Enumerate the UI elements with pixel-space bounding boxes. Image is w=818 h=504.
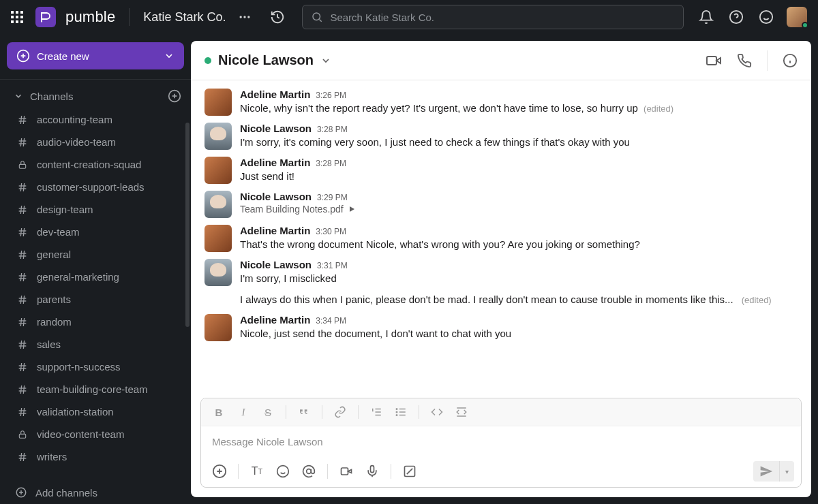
emoji-button[interactable] [271, 461, 294, 482]
add-channels-button[interactable]: Add channels [0, 481, 191, 504]
message-author[interactable]: Nicole Lawson [240, 259, 312, 270]
code-button[interactable] [426, 403, 448, 422]
avatar[interactable] [204, 89, 232, 116]
channel-item-dev-team[interactable]: dev-team [0, 221, 191, 243]
channel-item-design-team[interactable]: design-team [0, 198, 191, 221]
avatar[interactable] [204, 259, 232, 286]
record-video-button[interactable] [335, 461, 358, 482]
text-format-button[interactable]: TT [245, 461, 269, 482]
avatar[interactable] [204, 314, 232, 341]
message-author[interactable]: Adeline Martin [240, 89, 310, 100]
channel-label: writers [37, 451, 67, 462]
channel-label: dev-team [37, 226, 80, 238]
channel-label: random [37, 316, 72, 328]
bullet-list-button[interactable] [390, 403, 412, 422]
svg-line-48 [20, 251, 21, 259]
italic-button[interactable]: I [232, 403, 254, 422]
svg-line-115 [407, 469, 412, 474]
message-text: Nicole, just send the document, I don't … [240, 326, 798, 341]
ordered-list-button[interactable] [365, 403, 387, 422]
send-options-button[interactable]: ▾ [779, 461, 794, 482]
separator [238, 464, 239, 479]
audio-call-icon[interactable] [737, 53, 752, 68]
svg-rect-33 [19, 164, 25, 168]
channel-item-writers[interactable]: writers [0, 445, 191, 468]
channel-item-sales[interactable]: sales [0, 333, 191, 356]
message-author[interactable]: Adeline Martin [240, 225, 310, 236]
message-text: I'm sorry, I misclicked [240, 271, 798, 286]
video-call-icon[interactable] [706, 52, 722, 69]
message-author[interactable]: Nicole Lawson [240, 191, 312, 202]
avatar[interactable] [204, 191, 232, 218]
add-channel-icon[interactable] [168, 89, 181, 103]
avatar[interactable] [204, 225, 232, 252]
shortcuts-button[interactable] [398, 461, 421, 482]
svg-line-60 [20, 318, 21, 326]
channel-item-customer-support-leads[interactable]: customer-support-leads [0, 176, 191, 198]
channel-item-general-marketing[interactable]: general-marketing [0, 266, 191, 288]
bold-button[interactable]: B [208, 403, 230, 422]
message-author[interactable]: Adeline Martin [240, 314, 310, 326]
message-author[interactable]: Adeline Martin [240, 157, 310, 168]
message-author[interactable]: Nicole Lawson [240, 123, 312, 134]
message: Nicole Lawson3:29 PMTeam Building Notes.… [191, 188, 811, 222]
attach-button[interactable] [208, 461, 231, 482]
avatar[interactable] [204, 123, 232, 150]
channels-section-header[interactable]: Channels [0, 84, 191, 108]
svg-line-44 [20, 228, 21, 236]
create-new-button[interactable]: Create new [7, 42, 184, 69]
help-icon[interactable] [727, 7, 746, 27]
info-icon[interactable] [783, 53, 798, 68]
svg-point-12 [313, 13, 320, 20]
channel-item-random[interactable]: random [0, 311, 191, 333]
edited-label: (edited) [742, 295, 772, 305]
channel-item-team-building-core-team[interactable]: team-building-core-team [0, 378, 191, 400]
separator [322, 405, 322, 419]
svg-line-64 [20, 341, 21, 349]
chevron-down-icon[interactable] [320, 55, 331, 66]
more-icon[interactable] [235, 7, 254, 27]
search-field[interactable] [302, 5, 684, 29]
message: Nicole Lawson3:31 PMI'm sorry, I misclic… [191, 256, 811, 290]
channel-label: general-marketing [37, 271, 119, 283]
chat-title[interactable]: Nicole Lawson [218, 52, 314, 68]
channel-item-validation-station[interactable]: validation-station [0, 400, 191, 423]
quote-button[interactable] [293, 403, 315, 422]
svg-point-11 [248, 16, 250, 18]
channel-item-accounting-team[interactable]: accounting-team [0, 108, 191, 131]
avatar[interactable] [204, 157, 232, 184]
record-audio-button[interactable] [361, 461, 384, 482]
channel-label: customer-support-leads [37, 181, 145, 193]
channel-item-general[interactable]: general [0, 243, 191, 266]
channel-item-content-creation-squad[interactable]: content-creation-squad [0, 153, 191, 176]
link-button[interactable] [329, 403, 351, 422]
scrollbar[interactable] [185, 123, 190, 327]
channel-item-audio-video-team[interactable]: audio-video-team [0, 131, 191, 153]
send-button[interactable] [753, 461, 779, 482]
svg-line-36 [20, 183, 21, 191]
emoji-icon[interactable] [757, 7, 776, 27]
user-avatar[interactable] [787, 7, 807, 27]
mention-button[interactable] [297, 461, 320, 482]
history-icon[interactable] [268, 7, 287, 27]
message-text: I always do this when I panic, please do… [240, 292, 733, 307]
message-attachment[interactable]: Team Building Notes.pdf [240, 204, 798, 215]
search-input[interactable] [330, 12, 675, 23]
separator [129, 8, 130, 26]
svg-point-106 [277, 466, 289, 477]
svg-rect-1 [16, 11, 18, 14]
apps-grid-icon[interactable] [8, 8, 26, 26]
message-continuation: I always do this when I panic, please do… [191, 290, 811, 311]
channel-item-video-content-team[interactable]: video-content-team [0, 423, 191, 445]
channel-item-support-n-success[interactable]: support-n-success [0, 356, 191, 378]
code-block-button[interactable] [451, 403, 472, 422]
svg-point-98 [396, 409, 397, 410]
svg-rect-7 [16, 20, 18, 23]
message-time: 3:31 PM [317, 261, 348, 270]
svg-line-76 [20, 408, 21, 416]
workspace-name[interactable]: Katie Stark Co. [143, 10, 226, 25]
message-input[interactable]: Message Nicole Lawson [201, 426, 801, 457]
bell-icon[interactable] [697, 7, 716, 27]
strike-button[interactable]: S [257, 403, 279, 422]
channel-item-parents[interactable]: parents [0, 288, 191, 311]
